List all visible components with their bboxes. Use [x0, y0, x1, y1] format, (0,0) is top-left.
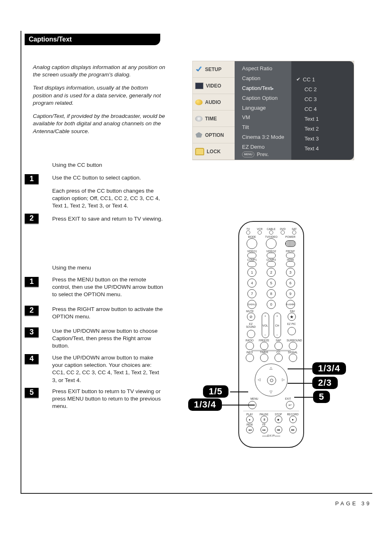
record-button[interactable]: ●	[289, 416, 297, 423]
sap-button[interactable]	[274, 342, 283, 350]
comp1-button[interactable]	[247, 261, 256, 267]
label-power: POWER	[284, 235, 297, 238]
label-pause: PAUSE	[258, 413, 270, 416]
intro-block: Analog caption displays information at a…	[33, 64, 166, 141]
label-stop: STOP	[272, 413, 285, 416]
keypad-8-button[interactable]: 8	[267, 289, 276, 298]
label-menu: MENU	[248, 397, 261, 400]
osd-item: VM	[242, 113, 291, 122]
step-badge: 1	[25, 277, 39, 288]
label-video2: VIDEO2	[265, 250, 277, 253]
keypad-4-button[interactable]: 4	[247, 279, 256, 288]
front-button[interactable]	[286, 253, 295, 258]
label-rew: REW	[244, 423, 256, 426]
mute-button[interactable]: ⊘	[247, 313, 255, 321]
play-button[interactable]: ▸	[246, 416, 254, 423]
stop-button[interactable]: ■	[275, 416, 282, 423]
keypad-2-button[interactable]: 2	[267, 268, 276, 277]
video1-button[interactable]	[247, 253, 256, 258]
menu-step2: Press the RIGHT arrow button to activate…	[52, 306, 165, 320]
led-indicator	[269, 230, 273, 235]
dpad[interactable]: △ ▽ ◁ ▷	[255, 364, 288, 396]
label-play: PLAY	[244, 413, 256, 416]
osd-prev-label: Prev.	[257, 152, 268, 157]
leader-line	[288, 368, 313, 369]
skip-back-button[interactable]: ⏮	[275, 426, 282, 433]
ratio-button[interactable]	[246, 342, 254, 350]
dpad-left-icon: ◁	[258, 378, 261, 382]
tvvideo-button[interactable]	[266, 238, 277, 249]
hdmi-button[interactable]	[286, 261, 295, 267]
label-front: FRONT	[284, 250, 297, 253]
label-dvd: DVD	[277, 228, 288, 230]
freeze-button[interactable]	[260, 342, 268, 350]
keypad-6-button[interactable]: 6	[286, 279, 295, 288]
keypad-3-button[interactable]: 3	[286, 268, 295, 277]
osd-item-active: Caption/Text	[242, 83, 291, 93]
led-indicator	[292, 230, 296, 235]
channel-rocker[interactable]: + CH –	[274, 313, 281, 338]
label-fav: FAV	[286, 310, 299, 313]
video2-button[interactable]	[267, 253, 276, 258]
osd-option-label: Text 3	[304, 136, 319, 142]
chevron-right-icon	[272, 85, 278, 91]
osd-tab-video: VIDEO	[193, 78, 235, 94]
osd-item: Caption	[242, 74, 291, 83]
step-badge: 2	[25, 214, 39, 224]
keypad-1-button[interactable]: 1	[247, 268, 256, 277]
cc-button[interactable]	[274, 354, 283, 362]
dash-button[interactable]: DASH(-)	[247, 300, 256, 309]
step-badge: 5	[25, 388, 39, 398]
flashbk-button[interactable]: FLASHBK	[286, 300, 295, 309]
label-cable: CABLE	[265, 228, 277, 230]
osd-option-label: CC 4	[304, 106, 317, 112]
info-button[interactable]	[246, 354, 254, 362]
timer-button[interactable]	[260, 354, 268, 362]
ezsound-button[interactable]	[247, 330, 255, 338]
skip-fwd-button[interactable]: ⏭	[289, 426, 297, 433]
keypad-7-button[interactable]: 7	[247, 289, 256, 298]
exit-button[interactable]: ↩	[286, 401, 294, 409]
minus-icon: –	[265, 333, 266, 336]
osd-item: EZ Demo	[242, 142, 291, 152]
surround-button[interactable]	[289, 342, 297, 350]
ff-button[interactable]: ▸▸	[261, 426, 268, 433]
leader-line	[222, 405, 255, 405]
callout-pill: 5	[313, 391, 330, 403]
label-comp2: COMP2	[265, 258, 277, 261]
comp2-button[interactable]	[267, 261, 276, 267]
osd-option-label: Text 2	[304, 126, 319, 132]
rew-button[interactable]: ◂◂	[246, 426, 254, 433]
label-ezsound: EZ SOUND	[245, 322, 257, 328]
volume-rocker[interactable]: + VOL –	[262, 313, 269, 338]
label-surround: SURROUND	[287, 339, 299, 342]
dpad-right-icon: ▷	[282, 378, 285, 382]
callout-pill: 1/3/4	[188, 398, 222, 411]
label-ff: FF	[258, 423, 270, 426]
dpad-center[interactable]	[267, 376, 276, 385]
cc-step1-detail: Each press of the CC button changes the …	[52, 187, 165, 210]
keypad-9-button[interactable]: 9	[286, 289, 295, 298]
led-indicator	[258, 230, 262, 235]
osd-item: Aspect Ratio	[242, 64, 291, 74]
fav-button[interactable]: ★	[288, 313, 296, 321]
minus-icon: –	[277, 333, 278, 336]
setup-icon	[195, 67, 203, 72]
osd-item-label: Caption/Text	[242, 85, 272, 91]
osd-option: CC 2	[296, 84, 354, 94]
menu-step5: Press EXIT button to return to TV viewin…	[52, 388, 165, 410]
step-badge: 1	[25, 174, 39, 185]
label-sat: SAT	[288, 228, 300, 230]
keypad-5-button[interactable]: 5	[267, 279, 276, 288]
mode-button[interactable]	[247, 238, 257, 249]
keypad-0-button[interactable]: 0	[267, 300, 276, 309]
osd-tab-time: TIME	[193, 111, 235, 127]
pause-button[interactable]: ⏸	[261, 416, 268, 423]
leader-line	[294, 397, 314, 398]
signal-button[interactable]	[289, 354, 297, 362]
ezpic-button[interactable]	[288, 327, 296, 335]
label-exit: EXIT	[282, 397, 294, 400]
osd-tab-label: TIME	[205, 116, 217, 122]
power-button[interactable]	[285, 240, 296, 247]
step-badge: 2	[25, 306, 39, 316]
